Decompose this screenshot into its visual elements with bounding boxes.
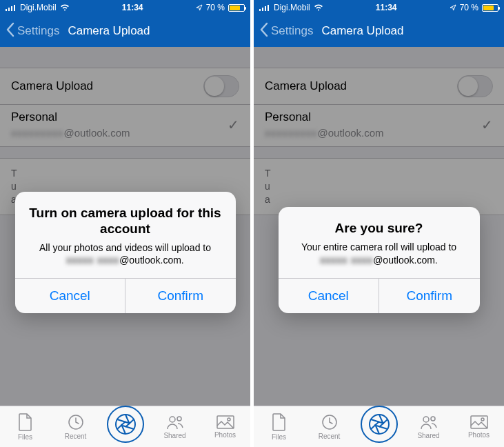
wifi-icon bbox=[60, 4, 70, 11]
cancel-button[interactable]: Cancel bbox=[15, 279, 125, 313]
confirm-button[interactable]: Confirm bbox=[379, 279, 480, 313]
tab-camera-center[interactable] bbox=[361, 406, 398, 443]
svg-point-15 bbox=[370, 415, 389, 434]
clock-icon bbox=[68, 414, 84, 430]
alert-message: All your photos and videos will upload t… bbox=[28, 241, 223, 268]
tab-shared[interactable]: Shared bbox=[156, 415, 194, 439]
svg-rect-3 bbox=[14, 5, 15, 11]
svg-point-19 bbox=[481, 418, 484, 421]
cancel-button[interactable]: Cancel bbox=[279, 279, 379, 313]
svg-point-9 bbox=[228, 418, 230, 421]
status-time: 11:34 bbox=[376, 3, 397, 12]
svg-point-6 bbox=[170, 417, 175, 422]
aperture-icon bbox=[368, 413, 390, 435]
alert-dialog: Are you sure? Your entire camera roll wi… bbox=[279, 207, 480, 313]
tab-photos[interactable]: Photos bbox=[460, 415, 498, 439]
status-time: 11:34 bbox=[122, 3, 143, 12]
tab-camera-center[interactable] bbox=[107, 406, 144, 443]
wifi-icon bbox=[314, 4, 323, 11]
battery-pct: 70 % bbox=[460, 3, 478, 12]
tab-shared[interactable]: Shared bbox=[410, 415, 448, 439]
alert-title: Are you sure? bbox=[291, 221, 467, 237]
aperture-icon bbox=[114, 413, 137, 435]
location-icon bbox=[196, 4, 203, 11]
image-icon bbox=[216, 415, 234, 429]
confirm-button[interactable]: Confirm bbox=[125, 279, 236, 313]
battery-icon bbox=[482, 4, 498, 12]
alert-title: Turn on camera upload for this account bbox=[28, 206, 223, 237]
people-icon bbox=[166, 415, 184, 430]
image-icon bbox=[470, 415, 488, 429]
alert-dialog: Turn on camera upload for this account A… bbox=[15, 192, 236, 313]
svg-rect-1 bbox=[8, 8, 10, 11]
tab-files[interactable]: Files bbox=[260, 413, 299, 441]
alert-message: Your entire camera roll will upload to x… bbox=[291, 241, 467, 267]
svg-point-7 bbox=[177, 417, 181, 421]
back-label: Settings bbox=[17, 24, 59, 38]
signal-icon bbox=[259, 4, 270, 11]
email-blurred: xxxxx xxxx bbox=[66, 254, 119, 267]
signal-icon bbox=[6, 4, 17, 11]
back-button[interactable]: Settings bbox=[259, 22, 313, 41]
svg-rect-10 bbox=[259, 9, 261, 11]
content-area: Camera Upload Personal xxxxxxxxx@outlook… bbox=[0, 47, 250, 406]
svg-rect-13 bbox=[268, 5, 269, 11]
tab-recent[interactable]: Recent bbox=[310, 414, 349, 440]
content-area: Camera Upload Personal xxxxxxxxx@outlook… bbox=[254, 47, 504, 406]
people-icon bbox=[420, 415, 438, 430]
svg-rect-12 bbox=[265, 6, 266, 11]
page-title: Camera Upload bbox=[321, 24, 403, 38]
battery-icon bbox=[228, 4, 245, 12]
status-bar: Digi.Mobil 11:34 70 % bbox=[0, 0, 250, 15]
carrier-label: Digi.Mobil bbox=[274, 3, 310, 12]
phone-right: Digi.Mobil 11:34 70 % Settings Camera Up… bbox=[254, 0, 504, 447]
email-blurred: xxxxx xxxx bbox=[320, 254, 373, 267]
svg-point-17 bbox=[431, 417, 435, 421]
svg-point-5 bbox=[116, 415, 135, 434]
phone-left: Digi.Mobil 11:34 70 % Settings Camera Up… bbox=[0, 0, 250, 447]
tab-recent[interactable]: Recent bbox=[57, 414, 95, 440]
location-icon bbox=[450, 4, 456, 11]
status-bar: Digi.Mobil 11:34 70 % bbox=[254, 0, 504, 15]
chevron-left-icon bbox=[6, 22, 14, 41]
page-title: Camera Upload bbox=[68, 24, 150, 38]
chevron-left-icon bbox=[259, 22, 268, 41]
battery-pct: 70 % bbox=[206, 3, 225, 12]
tab-files[interactable]: Files bbox=[6, 413, 45, 441]
file-icon bbox=[18, 413, 33, 431]
svg-point-16 bbox=[423, 417, 429, 422]
nav-bar: Settings Camera Upload bbox=[254, 15, 504, 47]
carrier-label: Digi.Mobil bbox=[20, 3, 57, 12]
tab-bar: Files Recent Shared Photos bbox=[0, 406, 250, 447]
back-label: Settings bbox=[271, 24, 313, 38]
svg-rect-0 bbox=[6, 9, 7, 11]
file-icon bbox=[272, 413, 287, 431]
back-button[interactable]: Settings bbox=[6, 22, 59, 41]
svg-rect-11 bbox=[262, 8, 263, 11]
svg-rect-2 bbox=[11, 6, 12, 11]
clock-icon bbox=[321, 414, 338, 430]
nav-bar: Settings Camera Upload bbox=[0, 15, 250, 47]
tab-bar: Files Recent Shared Photos bbox=[254, 406, 504, 447]
tab-photos[interactable]: Photos bbox=[206, 415, 245, 439]
